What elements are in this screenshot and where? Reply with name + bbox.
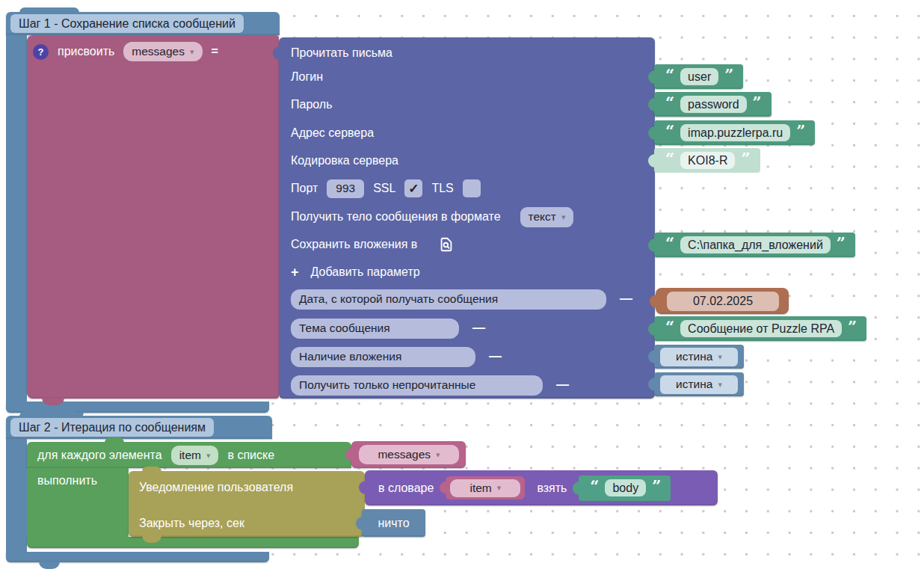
open-quote-icon: “ [665,67,674,82]
date-param-label: Дата, с которой получать сообщения [299,292,498,306]
nothing-block[interactable]: ничто [362,509,425,537]
nothing-label: ничто [378,517,409,530]
subject-string-block[interactable]: “ Сообщение от Puzzle RPA ” [654,316,866,341]
has-attachment-bool-block[interactable]: истина ▾ [654,345,744,369]
step2-block-header[interactable]: Шаг 2 - Итерация по сообщениям [6,416,272,439]
foreach-bottom-bar [27,537,359,548]
step2-left-spine [6,439,27,552]
step2-title-field[interactable]: Шаг 2 - Итерация по сообщениям [10,418,214,437]
attachments-folder-field[interactable]: C:\папка_для_вложений [680,236,831,253]
date-value: 07.02.2025 [693,295,753,308]
dict-label: в словаре [378,482,434,495]
login-string-block[interactable]: “ user ” [654,64,743,89]
assign-variable-block[interactable]: ? присвоить messages ▾ = [27,35,279,399]
encoding-label: Кодировка сервера [291,154,398,167]
has-attachment-value: истина [676,350,712,363]
open-quote-icon: “ [665,150,674,166]
password-label: Пароль [291,98,333,111]
messages-variable-name: messages [378,448,431,461]
item-variable-name: item [469,482,491,495]
dropdown-arrow-icon: ▾ [436,451,440,459]
open-quote-icon: “ [665,319,674,334]
key-string-block[interactable]: “ body ” [579,476,671,501]
tls-checkbox[interactable] [463,179,481,197]
subject-value-field[interactable]: Сообщение от Puzzle RPA [680,320,842,337]
dict-get-block[interactable]: в словаре item ▾ взять “ body ” [365,470,718,505]
step2-bottom-bar [6,552,269,562]
has-attachment-param-dropdown[interactable]: Наличие вложения [291,347,475,367]
format-value: текст [529,210,556,224]
date-param-dropdown[interactable]: Дата, с которой получать сообщения [291,289,606,310]
subject-param-dropdown[interactable]: Тема сообщения [291,319,459,339]
port-value: 993 [336,182,355,195]
attachments-folder-value: C:\папка_для_вложений [688,239,823,252]
ssl-label: SSL [373,182,395,195]
server-value-field[interactable]: imap.puzzlerpa.ru [680,124,790,141]
key-value: body [612,482,638,495]
unread-only-param-dropdown[interactable]: Получить только непрочитанные [291,375,543,396]
has-attachment-param-label: Наличие вложения [299,350,401,363]
has-attachment-dropdown[interactable]: истина ▾ [660,348,738,366]
ssl-checkbox[interactable]: ✓ [404,179,422,197]
assign-label: присвоить [58,45,114,58]
tls-label: TLS [431,182,453,195]
help-icon[interactable]: ? [33,44,49,60]
attachments-label: Сохранить вложения в [291,238,417,251]
foreach-block-header[interactable]: для каждого элемента item ▾ в списке [27,442,351,468]
item-variable-block[interactable]: item ▾ [446,476,525,499]
close-quote-icon: ” [652,478,661,493]
close-quote-icon: ” [753,94,762,110]
login-value-field[interactable]: user [680,68,718,85]
remove-unread-only-param-button[interactable]: — [556,378,568,393]
foreach-variable-dropdown[interactable]: item ▾ [171,446,219,465]
output-connector [573,482,580,495]
remove-date-param-button[interactable]: — [620,292,632,307]
step2-next-connector [39,562,60,569]
server-string-block[interactable]: “ imap.puzzlerpa.ru ” [654,120,815,145]
unread-only-bool-block[interactable]: истина ▾ [654,372,744,396]
foreach-left-column: выполнить [27,468,129,537]
step1-left-spine [6,35,27,402]
close-quote-icon: ” [848,319,857,334]
date-value-field[interactable]: 07.02.2025 [667,292,779,311]
unread-only-param-label: Получить только непрочитанные [299,378,475,392]
remove-has-attachment-param-button[interactable]: — [489,349,501,364]
step2-title: Шаг 2 - Итерация по сообщениям [19,421,206,434]
notification-block[interactable]: Уведомление пользователя Закрыть через, … [129,471,365,537]
check-icon: ✓ [408,181,419,197]
encoding-value-field[interactable]: KOI8-R [680,152,735,169]
key-value-field[interactable]: body [605,479,646,496]
password-value-field[interactable]: password [680,96,746,113]
port-field[interactable]: 993 [327,179,364,198]
remove-subject-param-button[interactable]: — [472,321,484,336]
login-label: Логин [291,70,323,84]
port-label: Порт [291,182,318,195]
encoding-value: KOI8-R [688,154,727,167]
in-list-label: в списке [227,449,274,462]
date-value-block[interactable]: 07.02.2025 [656,288,789,314]
password-string-block[interactable]: “ password ” [654,92,771,117]
add-parameter-button[interactable]: + Добавить параметр [291,262,420,283]
format-dropdown[interactable]: текст ▾ [520,207,574,227]
unread-only-dropdown[interactable]: истина ▾ [660,375,738,394]
messages-variable-block[interactable]: messages ▾ [351,441,466,468]
read-mail-title: Прочитать письма [291,46,392,60]
add-parameter-label: Добавить параметр [311,265,420,279]
assign-variable-dropdown[interactable]: messages ▾ [123,42,202,61]
file-search-icon[interactable] [438,236,455,253]
close-after-label: Закрыть через, сек [139,517,244,530]
step1-title-field[interactable]: Шаг 1 - Сохранение списка сообщений [10,14,244,33]
read-mail-block[interactable]: Прочитать письма Логин Пароль Адрес серв… [279,37,655,399]
subject-value: Сообщение от Puzzle RPA [688,322,834,336]
dropdown-arrow-icon: ▾ [206,452,211,460]
encoding-string-block-ghost[interactable]: “ KOI8-R ” [654,148,760,173]
close-quote-icon: ” [724,67,733,82]
messages-variable-dropdown[interactable]: messages ▾ [359,445,459,464]
login-value: user [688,70,711,84]
take-label: взять [537,482,567,495]
step1-block-header[interactable]: Шаг 1 - Сохранение списка сообщений [6,12,280,35]
item-variable-dropdown[interactable]: item ▾ [450,479,520,497]
attachments-folder-string-block[interactable]: “ C:\папка_для_вложений ” [654,233,855,257]
dropdown-arrow-icon: ▾ [497,484,502,492]
foreach-variable-name: item [179,449,201,462]
